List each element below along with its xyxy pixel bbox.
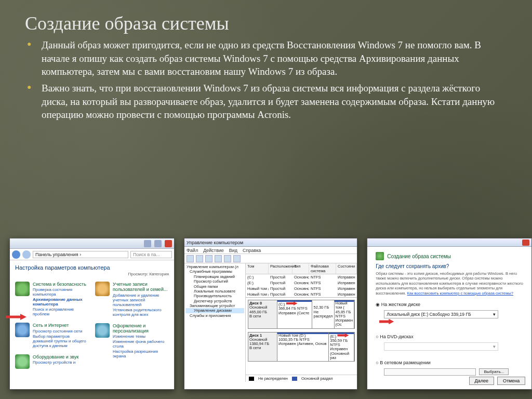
tree-node[interactable]: Служебные программы — [185, 269, 244, 274]
titlebar — [367, 238, 531, 247]
tree-node-selected[interactable]: Управление дисками — [185, 308, 244, 313]
titlebar — [10, 238, 174, 249]
minimize-icon[interactable] — [144, 240, 151, 247]
partition-unallocated[interactable]: 52,30 ГБНе распредел — [312, 300, 334, 328]
page-heading: Настройка параметров компьютера — [15, 264, 169, 271]
category-link[interactable]: Проверка состояния компьютера — [33, 287, 89, 297]
network-path-input — [384, 368, 476, 376]
tree-node[interactable]: Локальные пользовате — [185, 289, 244, 294]
drive-select[interactable]: Локальный диск (E:) Свободно 339,19 ГБ▾ — [384, 310, 498, 318]
tool-icon[interactable] — [224, 255, 231, 262]
category-link[interactable]: Выбор параметров домашней группы и общег… — [33, 334, 89, 348]
category-link[interactable]: Установка родительского контроля для все… — [113, 308, 169, 317]
help-link[interactable]: Как восстановить компьютер с помощью обр… — [407, 291, 513, 296]
volume-table: Том Расположение Тип Файловая система Со… — [246, 263, 357, 298]
red-arrow-annotation — [379, 319, 394, 324]
col-header[interactable]: Расположение — [269, 263, 292, 274]
legend: Не распределен Основной раздел — [246, 375, 357, 382]
category-link[interactable]: Изменение фона рабочего стола — [113, 339, 169, 349]
maximize-icon[interactable] — [154, 240, 162, 247]
category-link[interactable]: Просмотр состояния сети — [33, 329, 89, 334]
tree-node[interactable]: Запоминающие устройст — [185, 303, 244, 308]
address-bar: Панель управления › Поиск в па... — [10, 249, 174, 260]
bullet-1: Данный образ может пригодится, если не о… — [42, 38, 503, 78]
tree-node[interactable]: Производительность — [185, 294, 244, 298]
monitor-icon — [95, 323, 110, 338]
tool-icon[interactable] — [233, 255, 241, 262]
radio-dvd[interactable]: ○ На DVD-дисках — [376, 334, 523, 339]
disk-info: Диск 1 Основной 1380,94 ГБ В сети — [248, 332, 277, 362]
table-row[interactable]: (C:)ПростойОсновнойNTFSИсправен — [246, 274, 357, 280]
tree-node[interactable]: Общие папки — [185, 284, 244, 289]
disk-0[interactable]: Диск 0 Основной 465,00 ГБ В сети (C:) 36… — [248, 300, 355, 329]
tree-node[interactable]: Диспетчер устройств — [185, 299, 244, 303]
category-title[interactable]: Сеть и Интернет — [33, 323, 69, 328]
next-button[interactable]: Далее — [469, 377, 494, 385]
cancel-button[interactable]: Отмена — [497, 377, 525, 385]
tool-icon[interactable] — [215, 255, 222, 262]
category-hardware[interactable]: Оборудование и звук Просмотр устройств и — [15, 354, 89, 369]
radio-network[interactable]: ○ В сетевом размещении — [376, 360, 523, 365]
category-title[interactable]: Оборудование и звук — [33, 354, 78, 360]
globe-icon — [15, 323, 30, 337]
nav-tree: Управление компьютером (л Служебные прог… — [184, 263, 246, 382]
tool-icon[interactable] — [187, 255, 194, 262]
chevron-down-icon: ▾ — [493, 312, 496, 317]
partition[interactable]: (E:) 350,59 ГБ NTFSИсправен (Основной ра… — [329, 332, 354, 362]
screenshot-create-image-wizard: Создание образа системы Где следует сохр… — [367, 238, 532, 390]
menu-help[interactable]: Справка — [243, 248, 261, 253]
wizard-question: Где следует сохранять архив? — [376, 263, 523, 269]
tool-icon[interactable] — [196, 255, 203, 262]
menu-file[interactable]: Файл — [187, 248, 198, 253]
back-button[interactable] — [12, 250, 20, 259]
backup-icon — [376, 252, 384, 260]
radio-harddisk[interactable]: ◉ На жестком диске — [376, 302, 523, 307]
category-appearance[interactable]: Оформление и персонализация Изменение те… — [95, 323, 169, 359]
category-link[interactable]: Настройка разрешения экрана — [113, 349, 169, 358]
forward-button[interactable] — [22, 250, 31, 259]
tree-node[interactable]: Службы и приложения — [185, 313, 244, 318]
category-link[interactable]: Поиск и исправление проблем — [33, 307, 89, 316]
close-icon[interactable] — [522, 240, 529, 246]
red-arrow-annotation — [286, 301, 298, 305]
tool-icon[interactable] — [205, 255, 212, 262]
disk-info: Диск 0 Основной 465,00 ГБ В сети — [248, 300, 277, 328]
col-header[interactable]: Тип — [292, 263, 309, 274]
browse-button[interactable]: Выбрать... — [479, 368, 509, 375]
legend-swatch — [249, 377, 254, 381]
table-row[interactable]: Новый том (J:)ПростойОсновнойNTFSИсправе… — [246, 286, 357, 291]
wizard-title: Создание образа системы — [387, 254, 451, 259]
close-icon[interactable] — [165, 240, 172, 247]
users-icon — [95, 282, 110, 296]
category-link[interactable]: Изменение темы — [113, 334, 169, 339]
category-title[interactable]: Учетные записи пользователей и семей... — [113, 282, 167, 292]
partition[interactable]: (C:) 366,84 ГБ NTFSИсправен (Систе — [277, 300, 312, 328]
search-input[interactable]: Поиск в па... — [130, 251, 172, 258]
category-title[interactable]: Система и безопасность — [33, 282, 86, 287]
table-row[interactable]: Новый том (I:)ПростойОсновнойNTFSИсправе… — [246, 291, 357, 297]
category-link[interactable]: Просмотр устройств и — [33, 360, 78, 365]
disk-1[interactable]: Диск 1 Основной 1380,94 ГБ В сети Новый … — [248, 332, 355, 362]
partition[interactable]: Новый том (45,85 ГБ NTFSИсправен (Ос — [335, 300, 355, 328]
category-system-security[interactable]: Система и безопасность Проверка состояни… — [15, 282, 89, 316]
col-header[interactable]: Том — [246, 263, 269, 274]
screenshot-disk-management: Управление компьютером Файл Действие Вид… — [184, 238, 357, 390]
tree-node[interactable]: Просмотр событий — [185, 279, 244, 284]
col-header[interactable]: Файловая система — [309, 263, 336, 274]
table-row[interactable]: (E:)ПростойОсновнойNTFSИсправен — [246, 280, 357, 286]
menu-action[interactable]: Действие — [203, 248, 224, 253]
tree-node[interactable]: Управление компьютером (л — [185, 264, 244, 269]
category-link[interactable]: Добавление и удаление учетных записей по… — [113, 293, 169, 307]
view-mode[interactable]: Просмотр: Категория — [15, 272, 169, 276]
menu-bar: Файл Действие Вид Справка — [184, 247, 357, 254]
shield-icon — [15, 282, 30, 296]
menu-view[interactable]: Вид — [229, 248, 237, 253]
category-network[interactable]: Сеть и Интернет Просмотр состояния сети … — [15, 323, 89, 348]
category-title[interactable]: Оформление и персонализация — [113, 323, 149, 334]
partition[interactable]: Новый том (D:)1030,35 ГБ NTFSИсправен (А… — [277, 332, 329, 362]
col-header[interactable]: Состояни — [336, 263, 357, 274]
breadcrumb[interactable]: Панель управления › — [33, 251, 128, 258]
tree-node[interactable]: Планировщик заданий — [185, 274, 244, 279]
category-link-highlight[interactable]: Архивирование данных компьютера — [33, 297, 89, 307]
category-users[interactable]: Учетные записи пользователей и семей... … — [95, 282, 169, 317]
